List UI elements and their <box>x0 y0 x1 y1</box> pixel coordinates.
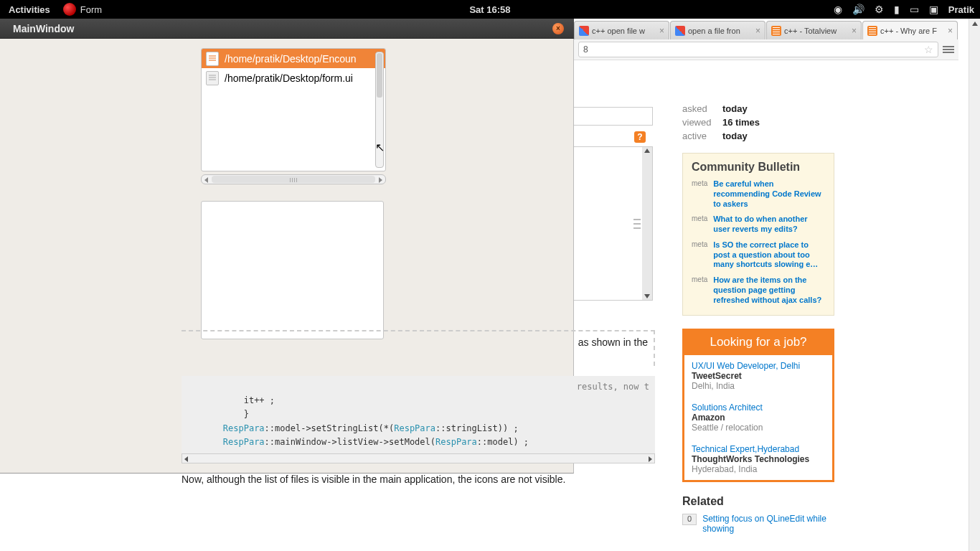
username[interactable]: Pratik <box>948 4 974 15</box>
page-scrollbar[interactable] <box>969 19 980 551</box>
search-input[interactable] <box>574 107 653 126</box>
url-text: 8 <box>583 44 588 55</box>
horizontal-scrollbar[interactable] <box>201 174 386 184</box>
list-item-label: /home/pratik/Desktop/form.ui <box>225 72 353 84</box>
active-app[interactable]: Form <box>59 3 109 16</box>
window-title: MainWindow <box>13 23 74 34</box>
related-link[interactable]: Setting focus on QLineEdit while showing <box>702 514 834 534</box>
vertical-scrollbar[interactable] <box>375 52 384 168</box>
file-listview[interactable]: /home/pratik/Desktop/Encoun /home/pratik… <box>201 48 386 171</box>
job-item[interactable]: UX/UI Web Developer, DelhiTweetSecretDel… <box>684 355 832 397</box>
chat-icon[interactable]: ▣ <box>929 4 938 15</box>
window-title-bar[interactable]: MainWindow × <box>0 19 574 39</box>
file-icon <box>206 52 219 66</box>
bookmark-star-icon[interactable]: ☆ <box>924 44 933 55</box>
accessibility-icon[interactable]: ◉ <box>834 4 842 15</box>
google-icon <box>675 26 685 36</box>
volume-icon[interactable]: 🔊 <box>852 4 864 15</box>
hamburger-menu-icon[interactable] <box>943 46 954 53</box>
jobs-title: Looking for a job? <box>684 331 832 355</box>
clock[interactable]: Sat 16:58 <box>469 4 510 15</box>
battery-icon[interactable]: ▭ <box>910 4 919 15</box>
tab-2[interactable]: open a file fron× <box>670 21 765 39</box>
paragraph: Now, although the list of files is visib… <box>182 474 655 485</box>
community-bulletin: Community Bulletin metaBe careful when r… <box>682 153 834 316</box>
text-edit[interactable] <box>201 201 384 339</box>
bulletin-link[interactable]: How are the items on the question page g… <box>713 276 825 305</box>
address-bar[interactable]: 8 ☆ <box>578 42 938 57</box>
stackoverflow-icon <box>771 26 781 36</box>
jobs-box: Looking for a job? UX/UI Web Developer, … <box>682 329 834 482</box>
related-heading: Related <box>682 495 834 508</box>
editor-scrollbar[interactable] <box>642 147 652 300</box>
browser-tabs: c++ open file w× open a file fron× c++ -… <box>574 21 958 39</box>
activities-button[interactable]: Activities <box>0 4 59 15</box>
bulletin-link[interactable]: What to do when another user reverts my … <box>713 215 825 235</box>
google-icon <box>579 26 589 36</box>
code-block: results, now t it++ ; } RespPara::model-… <box>182 376 655 453</box>
network-icon[interactable]: ▮ <box>894 4 900 15</box>
question-body: as shown in the results, now t it++ ; } … <box>182 330 655 485</box>
list-item-label: /home/pratik/Desktop/Encoun <box>225 53 357 65</box>
close-tab-icon[interactable]: × <box>659 26 664 36</box>
job-item[interactable]: Technical Expert,HyderabadThoughtWorks T… <box>684 438 832 480</box>
list-item[interactable]: /home/pratik/Desktop/form.ui <box>202 68 385 88</box>
related-item[interactable]: 0 Setting focus on QLineEdit while showi… <box>682 514 834 534</box>
close-icon[interactable]: × <box>552 23 564 34</box>
tab-4[interactable]: c++ - Why are F× <box>862 21 958 39</box>
close-tab-icon[interactable]: × <box>852 26 857 36</box>
close-tab-icon[interactable]: × <box>755 26 760 36</box>
system-tray: ◉ 🔊 ⚙ ▮ ▭ ▣ Pratik <box>834 4 974 15</box>
description-text: as shown in the <box>182 330 655 366</box>
tab-1[interactable]: c++ open file w× <box>574 21 669 39</box>
active-app-name: Form <box>80 4 102 15</box>
close-tab-icon[interactable]: × <box>948 26 953 36</box>
bulletin-title: Community Bulletin <box>692 161 825 174</box>
stackoverflow-icon <box>867 26 877 36</box>
code-horizontal-scrollbar[interactable] <box>182 453 655 463</box>
gnome-top-bar: Activities Form Sat 16:58 ◉ 🔊 ⚙ ▮ ▭ ▣ Pr… <box>0 0 980 19</box>
bluetooth-icon[interactable]: ⚙ <box>875 4 884 15</box>
bulletin-link[interactable]: Be careful when recommending Code Review… <box>713 179 825 209</box>
browser-toolbar: 8 ☆ <box>574 39 958 60</box>
tab-3[interactable]: c++ - Totalview× <box>766 21 862 39</box>
opera-icon <box>63 3 76 16</box>
job-item[interactable]: Solutions ArchitectAmazonSeattle / reloc… <box>684 397 832 438</box>
help-icon[interactable]: ? <box>634 131 646 143</box>
list-item[interactable]: /home/pratik/Desktop/Encoun <box>202 49 385 68</box>
body-textarea[interactable] <box>574 146 653 301</box>
bulletin-link[interactable]: Is SO the correct place to post a questi… <box>713 240 825 270</box>
question-stats: askedtoday viewed16 times activetoday <box>682 103 834 141</box>
file-icon <box>206 71 219 85</box>
